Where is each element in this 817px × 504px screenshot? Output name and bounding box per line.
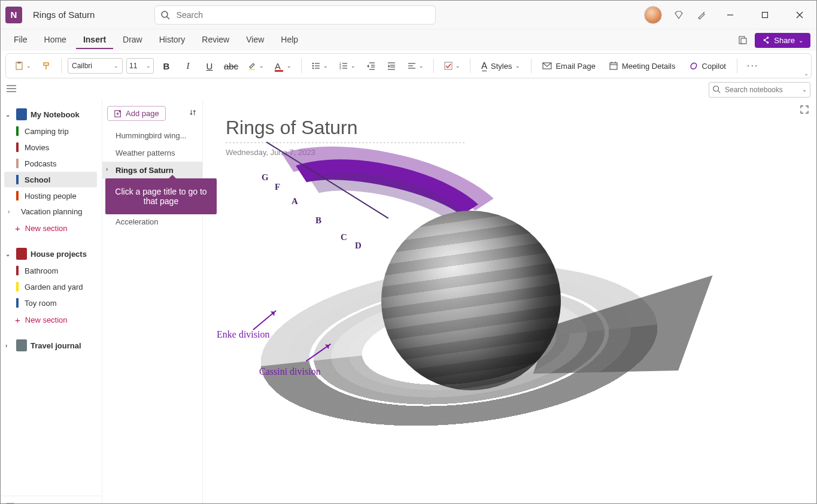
ring-label-f: F [275, 182, 280, 192]
svg-line-1 [167, 17, 169, 19]
diamond-icon[interactable] [673, 9, 685, 21]
indent-button[interactable] [383, 57, 400, 75]
new-section-button[interactable]: +New section [2, 220, 99, 237]
svg-point-46 [713, 86, 719, 92]
plus-icon: + [15, 223, 20, 233]
section-item[interactable]: Bathroom [4, 263, 97, 278]
paste-button[interactable]: ⌄ [11, 57, 35, 75]
chevron-down-icon: ⌄ [5, 111, 13, 118]
menu-draw[interactable]: Draw [116, 31, 150, 49]
font-color-button[interactable]: A⌄ [271, 57, 295, 75]
notebook-header[interactable]: › Travel journal [2, 337, 99, 354]
chevron-down-icon[interactable]: ⌄ [802, 86, 807, 93]
menu-review[interactable]: Review [195, 31, 236, 49]
tag-button[interactable]: ⌄ [440, 57, 464, 75]
add-page-button[interactable]: Add page [107, 106, 166, 121]
meeting-details-button[interactable]: Meeting Details [604, 61, 681, 71]
bold-button[interactable]: B [157, 57, 175, 75]
page-title[interactable]: Rings of Saturn [226, 117, 794, 139]
menu-insert[interactable]: Insert [76, 31, 113, 49]
bullets-button[interactable]: ⌄ [308, 57, 332, 75]
notebook-sidebar: ⌄ My Notebook Camping trip Movies Podcas… [1, 100, 102, 504]
ring-label-a: A [291, 196, 298, 207]
svg-point-18 [312, 68, 314, 69]
section-item[interactable]: Hosting people [4, 188, 97, 204]
svg-point-16 [312, 65, 314, 67]
nav-toggle-icon[interactable] [7, 84, 16, 95]
svg-rect-37 [445, 62, 452, 69]
format-painter-button[interactable] [38, 57, 55, 75]
ring-label-c: C [341, 232, 347, 242]
quick-notes-button[interactable]: Quick notes [1, 496, 102, 504]
brush-icon[interactable] [695, 9, 707, 21]
section-item[interactable]: Movies [4, 139, 97, 155]
notebook-name: House projects [31, 250, 87, 259]
annotation-cassini: Cassini division [259, 366, 321, 377]
svg-rect-3 [763, 12, 768, 17]
annotation-enke: Enke division [217, 329, 269, 340]
page-content: Rings of Saturn Wednesday, June 7, 2023 … [203, 100, 816, 504]
svg-rect-7 [741, 38, 746, 44]
notebook-header[interactable]: ⌄ House projects [2, 245, 99, 262]
notebook-icon [16, 339, 27, 351]
svg-point-14 [312, 63, 314, 65]
share-label: Share [774, 36, 795, 45]
open-in-app-icon[interactable] [737, 34, 749, 46]
font-name-select[interactable]: Cailbri⌄ [68, 58, 123, 74]
section-item[interactable]: Camping trip [4, 123, 97, 139]
svg-rect-39 [610, 63, 617, 69]
minimize-button[interactable] [718, 6, 742, 24]
svg-rect-13 [249, 69, 255, 70]
search-icon [160, 10, 170, 22]
copilot-button[interactable]: Copilot [684, 61, 731, 71]
ribbon-expand-icon[interactable]: ⌄ [804, 70, 809, 77]
menu-help[interactable]: Help [274, 31, 305, 49]
search-notebooks-input[interactable] [709, 82, 810, 98]
section-item[interactable]: ›Vacation planning [4, 204, 97, 219]
email-page-button[interactable]: Email Page [537, 61, 600, 71]
notebook-header[interactable]: ⌄ My Notebook [2, 106, 99, 123]
svg-point-9 [764, 39, 766, 41]
svg-line-47 [718, 91, 721, 93]
fullscreen-icon[interactable] [800, 105, 809, 116]
svg-rect-12 [17, 62, 21, 63]
section-item-selected[interactable]: School [4, 172, 97, 187]
title-bar: N Rings of Saturn [1, 1, 816, 29]
more-button[interactable]: ··· [743, 57, 762, 75]
section-item[interactable]: Podcasts [4, 156, 97, 171]
underline-button[interactable]: U [201, 57, 218, 75]
font-size-select[interactable]: 11⌄ [126, 58, 154, 74]
title-underline [226, 142, 465, 143]
new-section-button[interactable]: +New section [2, 311, 99, 329]
page-item-selected[interactable]: ›Rings of Saturn [102, 162, 202, 179]
italic-button[interactable]: I [179, 57, 197, 75]
chevron-down-icon: ⌄ [5, 251, 13, 257]
sort-icon[interactable] [189, 108, 198, 119]
menu-view[interactable]: View [239, 31, 271, 49]
menu-home[interactable]: Home [37, 31, 74, 49]
search-input[interactable] [154, 5, 436, 25]
highlight-button[interactable]: ⌄ [244, 57, 268, 75]
menu-history[interactable]: History [152, 31, 193, 49]
plus-icon: + [15, 315, 20, 325]
alignment-button[interactable]: ⌄ [403, 57, 427, 75]
section-item[interactable]: Garden and yard [4, 279, 97, 294]
ribbon: ⌄ Cailbri⌄ 11⌄ B I U abc ⌄ A⌄ ⌄ 123⌄ ⌄ ⌄… [5, 53, 812, 78]
numbering-button[interactable]: 123⌄ [335, 57, 359, 75]
notebook-icon [16, 248, 27, 260]
styles-button[interactable]: A̲Styles⌄ [476, 60, 525, 71]
page-item[interactable]: Weather patterns [102, 144, 202, 162]
section-item[interactable]: Toy room [4, 295, 97, 311]
menu-file[interactable]: File [7, 31, 35, 49]
strikethrough-button[interactable]: abc [222, 57, 240, 75]
svg-text:3: 3 [339, 66, 341, 70]
share-button[interactable]: Share ⌄ [755, 33, 810, 48]
sub-toolbar: ⌄ [1, 81, 816, 100]
maximize-button[interactable] [753, 6, 777, 24]
close-button[interactable] [788, 6, 812, 24]
outdent-button[interactable] [363, 57, 379, 75]
page-item[interactable]: Acceleration [102, 213, 202, 230]
page-item[interactable]: Hummingbird wing... [102, 127, 202, 144]
chevron-right-icon: › [8, 208, 15, 215]
user-avatar[interactable] [644, 6, 662, 24]
